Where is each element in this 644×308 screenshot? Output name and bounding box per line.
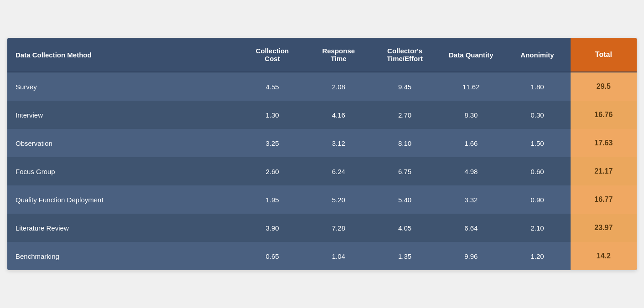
cell-cost: 3.90: [239, 214, 305, 242]
cell-collector: 4.05: [372, 214, 438, 242]
cell-method: Quality Function Deployment: [7, 185, 239, 214]
table-row: Survey4.552.089.4511.621.8029.5: [7, 72, 637, 101]
cell-total: 21.17: [571, 157, 637, 185]
header-quantity: Data Quantity: [438, 38, 504, 72]
cell-method: Survey: [7, 72, 239, 101]
cell-quantity: 1.66: [438, 129, 504, 157]
cell-collector: 8.10: [372, 129, 438, 157]
cell-quantity: 4.98: [438, 157, 504, 185]
cell-quantity: 8.30: [438, 101, 504, 129]
table-row: Quality Function Deployment1.955.205.403…: [7, 185, 637, 214]
cell-method: Literature Review: [7, 214, 239, 242]
header-response: Response Time: [306, 38, 372, 72]
cell-total: 14.2: [571, 242, 637, 270]
cell-anonimity: 0.60: [504, 157, 570, 185]
cell-total: 29.5: [571, 72, 637, 101]
header-row: Data Collection Method Collection Cost R…: [7, 38, 637, 72]
cell-quantity: 6.64: [438, 214, 504, 242]
cell-cost: 0.65: [239, 242, 305, 270]
cell-collector: 6.75: [372, 157, 438, 185]
cell-anonimity: 0.90: [504, 185, 570, 214]
cell-collector: 2.70: [372, 101, 438, 129]
cell-total: 17.63: [571, 129, 637, 157]
cell-response: 6.24: [306, 157, 372, 185]
cell-quantity: 3.32: [438, 185, 504, 214]
cell-quantity: 9.96: [438, 242, 504, 270]
cell-response: 3.12: [306, 129, 372, 157]
table-row: Benchmarking0.651.041.359.961.2014.2: [7, 242, 637, 270]
cell-total: 23.97: [571, 214, 637, 242]
cell-anonimity: 0.30: [504, 101, 570, 129]
cell-quantity: 11.62: [438, 72, 504, 101]
table-row: Focus Group2.606.246.754.980.6021.17: [7, 157, 637, 185]
cell-anonimity: 1.20: [504, 242, 570, 270]
cell-method: Interview: [7, 101, 239, 129]
cell-response: 4.16: [306, 101, 372, 129]
cell-collector: 1.35: [372, 242, 438, 270]
header-total: Total: [571, 38, 637, 72]
cell-response: 2.08: [306, 72, 372, 101]
cell-response: 5.20: [306, 185, 372, 214]
cell-cost: 1.95: [239, 185, 305, 214]
cell-method: Benchmarking: [7, 242, 239, 270]
cell-response: 7.28: [306, 214, 372, 242]
cell-cost: 3.25: [239, 129, 305, 157]
cell-cost: 1.30: [239, 101, 305, 129]
data-collection-table: Data Collection Method Collection Cost R…: [7, 38, 637, 270]
header-method: Data Collection Method: [7, 38, 239, 72]
cell-cost: 2.60: [239, 157, 305, 185]
cell-response: 1.04: [306, 242, 372, 270]
cell-total: 16.76: [571, 101, 637, 129]
header-collector: Collector's Time/Effort: [372, 38, 438, 72]
cell-cost: 4.55: [239, 72, 305, 101]
cell-anonimity: 1.50: [504, 129, 570, 157]
cell-anonimity: 1.80: [504, 72, 570, 101]
cell-method: Observation: [7, 129, 239, 157]
header-anonimity: Anonimity: [504, 38, 570, 72]
table-body: Survey4.552.089.4511.621.8029.5Interview…: [7, 72, 637, 270]
data-table-wrapper: Data Collection Method Collection Cost R…: [7, 38, 637, 270]
cell-method: Focus Group: [7, 157, 239, 185]
table-row: Observation3.253.128.101.661.5017.63: [7, 129, 637, 157]
cell-collector: 9.45: [372, 72, 438, 101]
cell-total: 16.77: [571, 185, 637, 214]
table-row: Interview1.304.162.708.300.3016.76: [7, 101, 637, 129]
cell-anonimity: 2.10: [504, 214, 570, 242]
cell-collector: 5.40: [372, 185, 438, 214]
header-cost: Collection Cost: [239, 38, 305, 72]
table-row: Literature Review3.907.284.056.642.1023.…: [7, 214, 637, 242]
